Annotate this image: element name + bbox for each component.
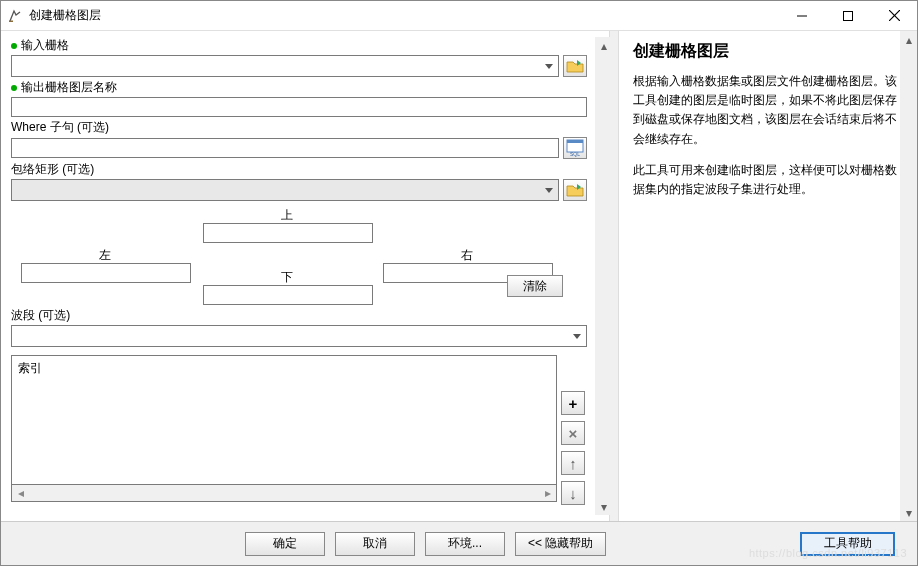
clear-extent-button[interactable]: 清除 xyxy=(507,275,563,297)
svg-text:SQL: SQL xyxy=(570,151,580,157)
close-button[interactable] xyxy=(871,1,917,31)
list-item[interactable]: 索引 xyxy=(18,360,550,377)
help-paragraph: 根据输入栅格数据集或图层文件创建栅格图层。该工具创建的图层是临时图层，如果不将此… xyxy=(633,72,901,149)
extent-top-label: 上 xyxy=(281,207,293,224)
input-raster-select[interactable] xyxy=(11,55,559,77)
help-pane: 创建栅格图层 根据输入栅格数据集或图层文件创建栅格图层。该工具创建的图层是临时图… xyxy=(619,31,917,521)
input-raster-label: 输入栅格 xyxy=(21,37,69,54)
tool-help-button[interactable]: 工具帮助 xyxy=(800,532,895,556)
remove-band-button[interactable]: × xyxy=(561,421,585,445)
extent-group: 上 左 右 下 清除 xyxy=(11,207,587,297)
bands-label: 波段 (可选) xyxy=(11,307,70,324)
help-scrollbar[interactable]: ▴ ▾ xyxy=(900,31,917,521)
left-pane-scrollbar[interactable]: ▴ ▾ xyxy=(595,37,612,515)
bands-listbox[interactable]: 索引 xyxy=(11,355,557,485)
svg-rect-2 xyxy=(844,11,853,20)
bands-select[interactable] xyxy=(11,325,587,347)
output-name-input[interactable] xyxy=(11,97,587,117)
output-name-label: 输出栅格图层名称 xyxy=(21,79,117,96)
minimize-button[interactable] xyxy=(779,1,825,31)
app-icon xyxy=(7,8,23,24)
envelope-label: 包络矩形 (可选) xyxy=(11,161,94,178)
browse-envelope-button[interactable] xyxy=(563,179,587,201)
browse-input-button[interactable] xyxy=(563,55,587,77)
move-up-button[interactable]: ↑ xyxy=(561,451,585,475)
extent-left-input[interactable] xyxy=(21,263,191,283)
svg-rect-6 xyxy=(567,140,583,143)
envelope-select[interactable] xyxy=(11,179,559,201)
parameters-pane: 输入栅格 输出栅格图层名称 Where 子句 (可选) xyxy=(1,31,609,521)
ok-button[interactable]: 确定 xyxy=(245,532,325,556)
sql-builder-button[interactable]: SQL xyxy=(563,137,587,159)
move-down-button[interactable]: ↓ xyxy=(561,481,585,505)
maximize-button[interactable] xyxy=(825,1,871,31)
listbox-h-scrollbar[interactable]: ◂▸ xyxy=(11,485,557,502)
svg-rect-0 xyxy=(9,20,13,22)
help-paragraph: 此工具可用来创建临时图层，这样便可以对栅格数据集内的指定波段子集进行处理。 xyxy=(633,161,901,199)
extent-right-label: 右 xyxy=(461,247,473,264)
extent-left-label: 左 xyxy=(99,247,111,264)
help-title: 创建栅格图层 xyxy=(633,41,901,62)
where-label: Where 子句 (可选) xyxy=(11,119,109,136)
environments-button[interactable]: 环境... xyxy=(425,532,505,556)
required-dot-icon xyxy=(11,43,17,49)
cancel-button[interactable]: 取消 xyxy=(335,532,415,556)
extent-bottom-input[interactable] xyxy=(203,285,373,305)
required-dot-icon xyxy=(11,85,17,91)
where-clause-input[interactable] xyxy=(11,138,559,158)
footer: 确定 取消 环境... << 隐藏帮助 工具帮助 xyxy=(1,521,917,565)
titlebar: 创建栅格图层 xyxy=(1,1,917,31)
extent-top-input[interactable] xyxy=(203,223,373,243)
window-title: 创建栅格图层 xyxy=(29,7,779,24)
extent-bottom-label: 下 xyxy=(281,269,293,286)
add-band-button[interactable]: + xyxy=(561,391,585,415)
hide-help-button[interactable]: << 隐藏帮助 xyxy=(515,532,606,556)
